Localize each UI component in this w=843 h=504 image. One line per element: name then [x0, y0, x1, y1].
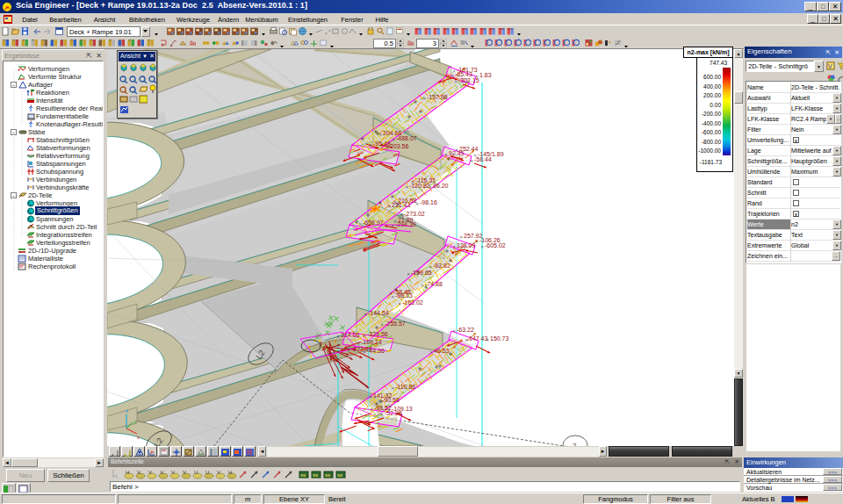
svg-text:-273.02: -273.02 — [404, 211, 425, 217]
svg-text:92.45: 92.45 — [449, 150, 465, 156]
svg-text:H: H — [228, 470, 232, 475]
svg-text:-44.36: -44.36 — [367, 348, 385, 354]
svg-text:-159.65: -159.65 — [411, 270, 432, 276]
svg-text:86.20: 86.20 — [433, 183, 449, 189]
svg-text:221.43: 221.43 — [392, 202, 411, 208]
svg-text:-605.02: -605.02 — [485, 242, 506, 248]
svg-text:z: z — [126, 408, 128, 414]
svg-text:147.43: 147.43 — [469, 335, 488, 342]
svg-text:314.66: 314.66 — [341, 332, 360, 338]
svg-text:V: V — [171, 470, 175, 475]
svg-text:-65.43: -65.43 — [455, 71, 472, 77]
svg-text:-294.39: -294.39 — [395, 221, 416, 227]
svg-text:-52.96: -52.96 — [385, 410, 402, 416]
svg-text:-95.48: -95.48 — [373, 140, 391, 147]
svg-text:-169.14: -169.14 — [361, 339, 382, 345]
svg-text:V: V — [828, 63, 832, 69]
svg-text:150.73: 150.73 — [490, 335, 509, 342]
svg-text:ss: ss — [337, 472, 342, 478]
svg-text:-144.54: -144.54 — [368, 310, 389, 316]
svg-text:-110.86: -110.86 — [395, 384, 415, 390]
svg-text:U: U — [194, 470, 198, 475]
svg-text:-658.97: -658.97 — [363, 220, 384, 226]
svg-text:46.53: 46.53 — [434, 348, 450, 354]
svg-text:-488.07: -488.07 — [396, 135, 417, 141]
svg-text:-63.22: -63.22 — [457, 327, 474, 333]
svg-text:ss: ss — [325, 472, 330, 478]
svg-text:128.09: 128.09 — [457, 242, 476, 248]
svg-text:y: y — [133, 419, 136, 424]
svg-text:ss: ss — [300, 472, 306, 478]
svg-text:V: V — [160, 470, 163, 475]
svg-text:-98.13: -98.13 — [395, 292, 413, 299]
svg-text:V: V — [148, 470, 152, 475]
svg-text:-157.98: -157.98 — [427, 94, 448, 100]
svg-text:1.83: 1.83 — [479, 72, 492, 78]
svg-text:x: x — [137, 435, 140, 440]
svg-text:V: V — [137, 470, 140, 475]
svg-text:203.56: 203.56 — [390, 143, 409, 149]
svg-text:-120.82: -120.82 — [409, 183, 430, 189]
svg-text:V: V — [217, 470, 220, 475]
svg-text:-58.44: -58.44 — [474, 156, 492, 162]
svg-text:ss: ss — [313, 472, 318, 478]
svg-text:-163.02: -163.02 — [402, 299, 423, 306]
svg-text:H: H — [126, 470, 129, 475]
svg-text:-98.16: -98.16 — [420, 199, 437, 205]
svg-text:V: V — [183, 470, 186, 475]
svg-text:-255.57: -255.57 — [385, 320, 406, 327]
svg-text:-74.88: -74.88 — [425, 281, 443, 287]
svg-text:-302.15: -302.15 — [458, 77, 479, 83]
svg-text:-92.82: -92.82 — [433, 263, 450, 269]
svg-text:U: U — [205, 470, 209, 475]
svg-text:-323.56: -323.56 — [367, 331, 388, 337]
svg-text:-90.58: -90.58 — [382, 397, 400, 403]
